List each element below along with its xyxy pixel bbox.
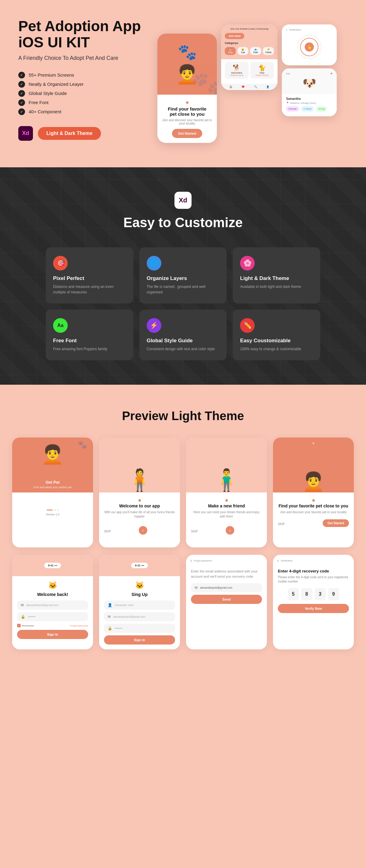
nav-search[interactable]: 🔍 <box>254 86 257 88</box>
check-icon: ✓ <box>18 90 25 97</box>
forgot-password-link[interactable]: Forgot password <box>70 624 88 627</box>
onboard3-title: Find your favorite pet close to you <box>278 503 349 508</box>
nav-home[interactable]: 🏠 <box>229 86 232 88</box>
signup-btn[interactable]: Sign In <box>104 636 175 645</box>
join-now-btn[interactable]: Join Now <box>225 33 244 39</box>
pet-label: Pet <box>286 72 290 75</box>
cat-chick[interactable]: 🐣Chick <box>263 47 274 55</box>
phone-community-text: Join Our Animal Lovers Community <box>225 28 274 30</box>
splash-character: 🧑‍🦱 <box>41 444 64 465</box>
phone-mockup-4: Pet ♥ 🐶 Samantha 📍 Distance, chicago [1k… <box>282 68 337 116</box>
forgot-email-mock[interactable]: ✉ alexanderjack@gmail.com <box>191 583 262 592</box>
email-input-mock[interactable]: ✉ alexanderjack@gmail.com <box>17 600 88 610</box>
verify-desc: Please enter the 4-digit code sent to yo… <box>278 575 349 584</box>
otp-digit-2[interactable]: 8 <box>301 588 312 600</box>
hero-badges: Xd Light & Dark Theme <box>18 126 146 141</box>
back-arrow-icon[interactable]: ‹ <box>190 558 192 563</box>
feature-item: ✓ Global Style Guide <box>18 90 146 97</box>
next-btn[interactable]: › <box>139 526 147 535</box>
card-desc: Distance and measure using an even multi… <box>53 284 126 295</box>
signup-dog-icon: 🐱 <box>104 581 175 590</box>
password-input-mock[interactable]: 🔒 •••••••• <box>104 624 175 633</box>
check-icon: ✓ <box>18 99 25 106</box>
pixel-perfect-icon: 🎯 <box>53 256 68 271</box>
nav-favorites[interactable]: ❤️ <box>241 86 244 88</box>
otp-digit-4[interactable]: 9 <box>328 588 339 600</box>
toggle-icon <box>17 624 21 627</box>
onboard3-desc: Join and discover your favorite pet in y… <box>278 510 349 515</box>
card-title: Easy Coustomizable <box>240 338 313 344</box>
phone-subtext: Join and discover your favorite pet in y… <box>162 119 212 125</box>
back-arrow-icon[interactable]: ‹ <box>277 558 279 563</box>
feature-card-global-style: ⚡ Global Style Guide Consistent design w… <box>139 310 227 360</box>
check-icon: ✓ <box>18 108 25 115</box>
features-grid: 🎯 Pixel Perfect Distance and measure usi… <box>46 247 320 360</box>
feature-card-organize-layers: 🌐 Organize Layers The file is named , gr… <box>139 247 227 304</box>
signup-title: Sing Up <box>104 592 175 597</box>
phones-column-3: ‹ Verification 👆 <box>282 24 337 116</box>
signin-btn[interactable]: Sign In <box>17 630 88 639</box>
hero-left: Pet Adoption App iOS UI KIT A Friendly C… <box>18 18 146 141</box>
cat-cat[interactable]: 🐱Cat <box>238 47 248 55</box>
light-dark-icon: 🌸 <box>240 256 255 271</box>
send-btn[interactable]: Send <box>191 595 262 604</box>
phone-mockup-1: 🐾 🧑‍🦱 🐾 Find your favoritepet close to y… <box>157 34 217 143</box>
feature-card-easy-customize: ✏️ Easy Coustomizable 100% easy to chang… <box>233 310 320 360</box>
feature-item: ✓ Neatly & Organized Leayer <box>18 81 146 88</box>
cat-dog[interactable]: 🐕Dog <box>225 47 236 55</box>
verification-label: Verification <box>289 28 301 31</box>
status-bar-mock: 9:41 ▪▪▪ <box>44 563 61 568</box>
hero-subtitle: A Friendly Choice To Adopt Pet And Care <box>18 54 146 62</box>
card-title: Free Font <box>53 338 126 344</box>
verify-btn[interactable]: Verify Now <box>278 604 349 613</box>
feature-item: ✓ 55+ Premium Screens <box>18 72 146 79</box>
card-title: Light & Dark Theme <box>240 275 313 281</box>
nav-profile[interactable]: 👤 <box>266 86 269 88</box>
card-desc: The file is named , grouped and well org… <box>147 284 220 295</box>
password-input-mock[interactable]: 🔒 •••••••• <box>17 612 88 621</box>
preview-screen-forgot: ‹ Forgot password Enter the email addres… <box>186 555 267 649</box>
signup-body: 🐱 Sing Up 👤 Alexander Jack ✉ alexanderja… <box>99 576 180 649</box>
paw-icon: 🐾 <box>78 440 87 449</box>
feature-item: ✓ 40+ Component <box>18 108 146 115</box>
indicator-dot <box>186 101 189 104</box>
theme-badge[interactable]: Light & Dark Theme <box>38 127 101 140</box>
phone-mockup-2: Join Our Animal Lovers Community Join No… <box>221 24 277 90</box>
back-arrow-icon[interactable]: ‹ <box>286 28 287 32</box>
progress-bar <box>47 509 53 510</box>
user-icon: 👤 <box>108 603 112 607</box>
fingerprint-icon[interactable]: 👆 <box>305 42 314 52</box>
pet-gender: Female <box>286 106 299 112</box>
splash-body: Version 1.0 <box>12 493 93 521</box>
hero-features: ✓ 55+ Premium Screens ✓ Neatly & Organiz… <box>18 72 146 115</box>
get-started-btn[interactable]: Get Started <box>323 519 349 527</box>
remember-me[interactable]: Remember <box>17 624 34 627</box>
forgot-label: Forgot password <box>194 559 212 562</box>
onboard2-body: Make a new friend Here you can meet your… <box>186 493 267 542</box>
preview-screen-onboard2: 🧍‍♂️ Make a new friend Here you can meet… <box>186 437 267 548</box>
skip-link[interactable]: SKIP <box>104 530 111 533</box>
customize-xd-icon: Xd <box>174 192 192 209</box>
card-desc: Free amazing font Poppins family <box>53 346 126 352</box>
login-dog-icon: 🐱 <box>17 581 88 590</box>
otp-digit-1[interactable]: 5 <box>288 588 299 600</box>
name-input-mock[interactable]: 👤 Alexander Jack <box>104 600 175 610</box>
onboard1-title: Welcome to our app <box>104 503 175 508</box>
onboard1-body: Welcome to our app With our app you'll m… <box>99 493 180 542</box>
onboard2-title: Make a new friend <box>191 503 262 508</box>
next-btn[interactable]: › <box>226 526 234 535</box>
skip-link[interactable]: SKIP <box>278 522 285 526</box>
onboard-character-2: 🧍‍♂️ <box>213 467 240 493</box>
preview-title: Preview Light Theme <box>12 409 354 423</box>
get-started-btn[interactable]: Get Started <box>172 129 202 138</box>
skip-link[interactable]: SKIP <box>191 530 198 533</box>
heart-icon[interactable]: ♥ <box>330 71 332 76</box>
email-input-mock[interactable]: ✉ alexanderjack@gmail.com <box>104 612 175 621</box>
feature-card-pixel-perfect: 🎯 Pixel Perfect Distance and measure usi… <box>46 247 133 304</box>
pet-weight: 10 Kg <box>316 106 327 112</box>
verify-label: Verification <box>280 559 293 562</box>
otp-digit-3[interactable]: 3 <box>315 588 326 600</box>
cat-fish[interactable]: 🐟Fish <box>250 47 261 55</box>
page-indicator <box>225 499 228 502</box>
ball-decoration: ● <box>312 440 314 445</box>
